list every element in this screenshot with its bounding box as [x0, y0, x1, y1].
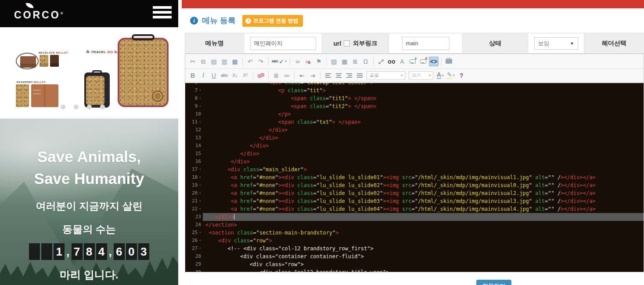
- code-line-8[interactable]: 8▾<span class="tit1"> </span>: [185, 94, 644, 102]
- align-right-button[interactable]: [344, 71, 354, 80]
- subscript-button[interactable]: X₂: [230, 71, 240, 80]
- code-line-21[interactable]: 21▾<a href="#none"><div class="lu_slide …: [185, 197, 644, 205]
- product-slider[interactable]: NECKLACE WALLET ⁂ TRAVEL GO BAG PASSPORT…: [0, 27, 178, 119]
- cork-wallet-image[interactable]: [40, 55, 48, 67]
- indent-button[interactable]: ⇥: [308, 71, 317, 80]
- passport-wallet-image[interactable]: [16, 84, 29, 107]
- code-line-15[interactable]: 15</div>: [185, 150, 644, 158]
- code-line-23[interactable]: 23</div>: [185, 213, 644, 221]
- external-link-checkbox[interactable]: [344, 40, 350, 47]
- travel-go-bag-image[interactable]: [118, 38, 169, 107]
- underline-button[interactable]: U: [209, 71, 219, 80]
- url-input[interactable]: [402, 37, 450, 50]
- superscript-button[interactable]: X²: [241, 71, 250, 80]
- code-line-14[interactable]: 14</div>: [185, 142, 644, 150]
- align-left-button[interactable]: [323, 71, 333, 80]
- code-line-18[interactable]: 18▾<a href="#none"><div class="lu_slide …: [185, 173, 644, 181]
- align-center-button[interactable]: [334, 71, 343, 80]
- remove-format-button[interactable]: [256, 71, 266, 80]
- unlink-button[interactable]: ∞✕: [303, 57, 313, 66]
- cut-button[interactable]: ✂: [188, 57, 198, 66]
- menu-name-input[interactable]: [250, 37, 316, 50]
- code-line-24[interactable]: 24</section>: [185, 221, 644, 229]
- carousel-dot[interactable]: [100, 105, 105, 109]
- about-button[interactable]: ?: [457, 71, 466, 80]
- program-link-help-button[interactable]: ? 프로그램 연동 방법: [242, 15, 303, 27]
- fold-arrow-icon[interactable]: ▾: [199, 237, 201, 245]
- code-line-11[interactable]: 11▾<span class="txt"> </span>: [185, 118, 644, 126]
- code-line-28[interactable]: 28<div class="container container-fluid"…: [185, 253, 644, 260]
- font-family-select[interactable]: 글꼴▾: [367, 71, 405, 80]
- print-button[interactable]: [444, 57, 454, 66]
- hamburger-menu-button[interactable]: [153, 6, 172, 21]
- status-select[interactable]: 보임 ▼: [534, 37, 578, 50]
- fold-arrow-icon[interactable]: ▾: [199, 118, 201, 126]
- strikethrough-button[interactable]: abc: [219, 71, 229, 80]
- code-line-19[interactable]: 19▾<a href="#none"><div class="lu_slide …: [185, 181, 644, 189]
- paste-button[interactable]: ▤: [209, 57, 219, 66]
- outdent-button[interactable]: ⇤: [297, 71, 307, 80]
- italic-button[interactable]: I: [198, 71, 208, 80]
- cork-backpack-image[interactable]: [84, 72, 110, 108]
- image-button[interactable]: ▨: [329, 57, 339, 66]
- numbered-list-button[interactable]: ≣: [271, 71, 281, 80]
- align-justify-button[interactable]: [355, 71, 364, 80]
- carousel-dot[interactable]: [61, 105, 65, 109]
- carousel-dot[interactable]: [74, 105, 79, 109]
- bullet-list-button[interactable]: ≔: [282, 71, 291, 80]
- link-button[interactable]: ∞: [293, 57, 302, 66]
- highlight-color-button[interactable]: ✎▾: [446, 71, 456, 80]
- fold-arrow-icon[interactable]: ▾: [199, 83, 201, 87]
- undo-button[interactable]: ↶: [245, 57, 255, 66]
- comment-add-button[interactable]: [408, 57, 417, 66]
- passport-wallet-open-image[interactable]: [31, 84, 58, 107]
- fold-arrow-icon[interactable]: ▾: [199, 166, 201, 173]
- spellcheck-button[interactable]: ABC✓▾: [271, 57, 287, 66]
- code-line-22[interactable]: 22▾<a href="#none"><div class="lu_slide …: [185, 205, 644, 213]
- carousel-dot[interactable]: [87, 105, 92, 109]
- fold-arrow-icon[interactable]: ▾: [199, 229, 201, 237]
- fold-arrow-icon[interactable]: ▾: [199, 102, 201, 110]
- fold-arrow-icon[interactable]: ▾: [199, 189, 201, 197]
- bold-button[interactable]: B: [188, 71, 198, 80]
- fold-arrow-icon[interactable]: ▾: [199, 205, 201, 213]
- fold-arrow-icon[interactable]: ▾: [199, 94, 201, 102]
- special-char-button[interactable]: Ω: [361, 57, 371, 66]
- code-line-9[interactable]: 9▾<span class="tit2"> </span>: [185, 102, 644, 110]
- paste-as-text-button[interactable]: ▥: [219, 57, 229, 66]
- code-line-10[interactable]: 10</p>: [185, 110, 644, 118]
- brown-wallet-image[interactable]: [50, 55, 59, 67]
- font-size-select[interactable]: 크기▾: [409, 71, 433, 80]
- apply-button[interactable]: 적용하기: [476, 280, 511, 285]
- fold-arrow-icon[interactable]: ▾: [199, 87, 201, 94]
- source-button[interactable]: <>: [429, 57, 439, 66]
- fold-arrow-icon[interactable]: ▾: [199, 245, 201, 253]
- code-line-20[interactable]: 20▾<a href="#none"><div class="lu_slide …: [185, 189, 644, 197]
- comment-remove-button[interactable]: [418, 57, 428, 66]
- paste-from-word-button[interactable]: ▦: [230, 57, 240, 66]
- copy-button[interactable]: ⧉: [198, 57, 208, 66]
- anchor-flag-button[interactable]: ⚑: [314, 57, 324, 66]
- code-line-7[interactable]: 7▾<p class="tit">: [185, 87, 644, 94]
- code-line-27[interactable]: 27▾<!-- <div class="col-12 brandstory_ro…: [185, 245, 644, 253]
- fold-arrow-icon[interactable]: ▾: [199, 181, 201, 189]
- necklace-wallet-image[interactable]: [20, 56, 36, 68]
- maximize-button[interactable]: ⤢: [376, 57, 386, 66]
- find-replace-button[interactable]: oo: [387, 57, 396, 66]
- code-line-13[interactable]: 13</div>: [185, 134, 644, 142]
- code-line-29[interactable]: 29<div class="row">: [185, 260, 644, 268]
- source-code-area[interactable]: 6▾<div class="txtwrap text-center">7▾<p …: [185, 83, 644, 272]
- code-line-26[interactable]: 26▾<div class="row">: [185, 237, 644, 245]
- horizontal-rule-button[interactable]: ≣: [350, 57, 360, 66]
- brand-logo[interactable]: CORCO®: [14, 2, 63, 21]
- fold-arrow-icon[interactable]: ▾: [199, 173, 201, 181]
- text-color-button[interactable]: A▾: [435, 71, 445, 80]
- code-line-6[interactable]: 6▾<div class="txtwrap text-center">: [185, 83, 644, 87]
- code-line-25[interactable]: 25▾<section class="section-main-brandsto…: [185, 229, 644, 237]
- table-button[interactable]: ▦: [340, 57, 349, 66]
- code-line-16[interactable]: 16</div>: [185, 158, 644, 166]
- code-line-12[interactable]: 12</div>: [185, 126, 644, 134]
- code-line-17[interactable]: 17▾<div class="main_slider">: [185, 166, 644, 173]
- code-line-30[interactable]: 30<div class="col12 brandstory_title_wra…: [185, 268, 644, 272]
- fold-arrow-icon[interactable]: ▾: [199, 197, 201, 205]
